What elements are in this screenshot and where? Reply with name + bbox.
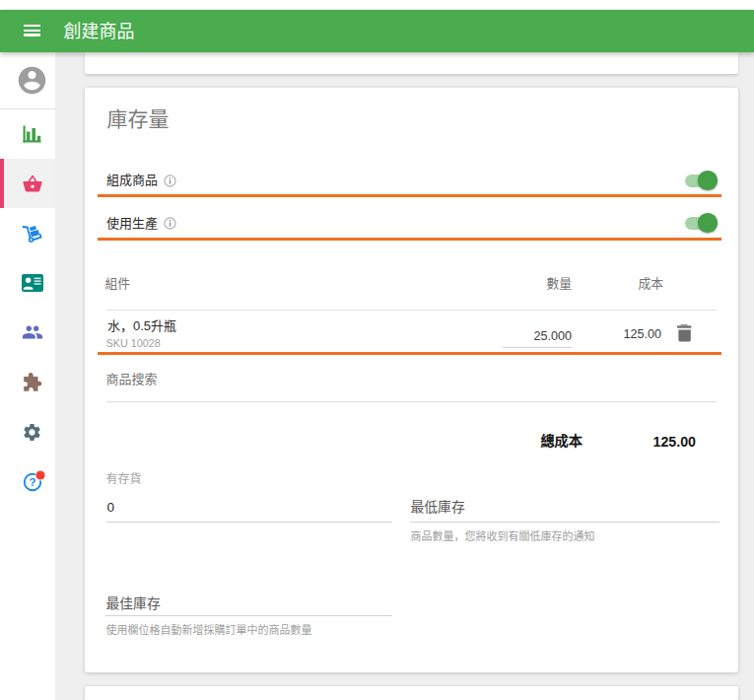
svg-text:?: ? [29, 476, 35, 488]
